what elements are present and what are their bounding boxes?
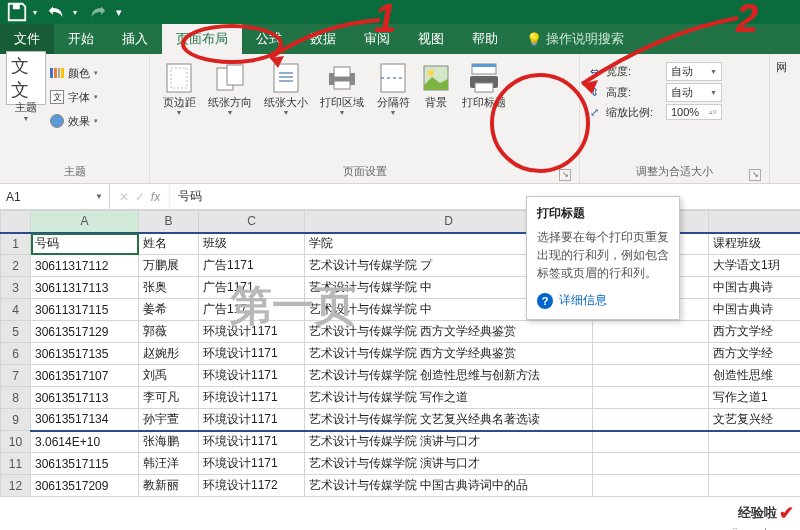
cell[interactable]: 万鹏展 [139,255,199,277]
cell[interactable]: 中国古典诗 [709,299,801,321]
tab-home[interactable]: 开始 [54,24,108,54]
row-header[interactable]: 7 [1,365,31,387]
cell[interactable] [593,431,709,453]
row-header[interactable]: 5 [1,321,31,343]
cell[interactable] [593,453,709,475]
cell[interactable]: 环境设计1171 [199,431,305,453]
cell[interactable] [593,387,709,409]
scale-spinner[interactable]: 100%▵▿ [666,104,722,120]
tooltip-more-link[interactable]: ?详细信息 [537,292,669,309]
theme-fonts-button[interactable]: 文字体▾ [50,86,98,108]
orientation-button[interactable]: 纸张方向▼ [202,58,258,116]
qat-customize-icon[interactable]: ▾ [108,2,130,22]
cancel-icon[interactable]: ✕ [119,190,129,204]
cell[interactable] [593,409,709,431]
cell[interactable]: 创造性思维 [709,365,801,387]
cell[interactable]: 中国古典诗 [709,277,801,299]
undo-dropdown-icon[interactable]: ▾ [64,2,86,22]
margins-button[interactable]: 页边距▼ [156,58,202,116]
themes-button[interactable]: 文文 [6,58,46,98]
cell[interactable]: 艺术设计与传媒学院 写作之道 [305,387,593,409]
themes-dropdown-icon[interactable]: ▼ [23,115,30,122]
theme-effects-button[interactable]: 效果▾ [50,110,98,132]
row-header[interactable]: 3 [1,277,31,299]
col-header-C[interactable]: C [199,211,305,233]
cell[interactable] [709,475,801,497]
cell[interactable]: 环境设计1171 [199,365,305,387]
cell[interactable]: 30613517134 [31,409,139,431]
height-dropdown[interactable]: 自动▼ [666,83,722,102]
cell[interactable]: 30613517209 [31,475,139,497]
cell[interactable]: 广告1171 [199,299,305,321]
tab-data[interactable]: 数据 [296,24,350,54]
cell[interactable]: 30613517115 [31,453,139,475]
cell[interactable] [593,475,709,497]
cell[interactable]: 艺术设计与传媒学院 演讲与口才 [305,431,593,453]
row-header[interactable]: 10 [1,431,31,453]
cell[interactable] [593,321,709,343]
cell[interactable] [709,453,801,475]
cell[interactable]: 写作之道1 [709,387,801,409]
row-header[interactable]: 9 [1,409,31,431]
tab-file[interactable]: 文件 [0,24,54,54]
row-header[interactable]: 6 [1,343,31,365]
tab-formulas[interactable]: 公式 [242,24,296,54]
cell[interactable]: 号码 [31,233,139,255]
row-header[interactable]: 8 [1,387,31,409]
cell[interactable]: 30613517135 [31,343,139,365]
cell[interactable]: 环境设计1171 [199,453,305,475]
cell[interactable]: 艺术设计与传媒学院 西方文学经典鉴赏 [305,321,593,343]
cell[interactable]: 姓名 [139,233,199,255]
cell[interactable]: 西方文学经 [709,321,801,343]
enter-icon[interactable]: ✓ [135,190,145,204]
cell[interactable]: 郭薇 [139,321,199,343]
breaks-button[interactable]: 分隔符▼ [370,58,416,116]
background-button[interactable]: 背景 [416,58,456,109]
cell[interactable] [593,365,709,387]
redo-icon[interactable] [86,2,108,22]
qat-dropdown-icon[interactable]: ▾ [24,2,46,22]
cell[interactable]: 大学语文1玥 [709,255,801,277]
cell[interactable]: 张奥 [139,277,199,299]
width-dropdown[interactable]: 自动▼ [666,62,722,81]
cell[interactable]: 30613517107 [31,365,139,387]
name-box[interactable]: A1▼ [0,184,110,209]
dialog-launcher-icon[interactable]: ↘ [749,169,761,181]
row-header[interactable]: 1 [1,233,31,255]
cell[interactable]: 教新丽 [139,475,199,497]
row-header[interactable]: 4 [1,299,31,321]
tab-view[interactable]: 视图 [404,24,458,54]
print-area-button[interactable]: 打印区域▼ [314,58,370,116]
cell[interactable]: 赵婉彤 [139,343,199,365]
cell[interactable]: 艺术设计与传媒学院 文艺复兴经典名著选读 [305,409,593,431]
cell[interactable]: 刘禹 [139,365,199,387]
cell[interactable]: 30611317113 [31,277,139,299]
name-box-dropdown-icon[interactable]: ▼ [95,192,103,201]
cell[interactable]: 环境设计1171 [199,343,305,365]
col-header-A[interactable]: A [31,211,139,233]
cell[interactable]: 姜希 [139,299,199,321]
select-all-corner[interactable] [1,211,31,233]
theme-colors-button[interactable]: 颜色▾ [50,62,98,84]
cell[interactable]: 30613517113 [31,387,139,409]
tell-me-search[interactable]: 💡操作说明搜索 [512,24,638,54]
cell[interactable]: 韩汪洋 [139,453,199,475]
cell[interactable]: 广告1171 [199,277,305,299]
formula-input[interactable]: 号码 [170,184,800,209]
cell[interactable]: 课程班级 [709,233,801,255]
cell[interactable]: 艺术设计与传媒学院 创造性思维与创新方法 [305,365,593,387]
tab-page-layout[interactable]: 页面布局 [162,24,242,54]
cell[interactable]: 30611317115 [31,299,139,321]
cell[interactable]: 环境设计1171 [199,321,305,343]
cell[interactable]: 环境设计1172 [199,475,305,497]
fx-icon[interactable]: fx [151,190,160,204]
cell[interactable]: 李可凡 [139,387,199,409]
dialog-launcher-icon[interactable]: ↘ [559,169,571,181]
row-header[interactable]: 12 [1,475,31,497]
row-header[interactable]: 11 [1,453,31,475]
cell[interactable]: 广告1171 [199,255,305,277]
cell[interactable]: 孙宇萱 [139,409,199,431]
tab-review[interactable]: 审阅 [350,24,404,54]
col-header-hidden2[interactable] [709,211,801,233]
cell[interactable]: 西方文学经 [709,343,801,365]
